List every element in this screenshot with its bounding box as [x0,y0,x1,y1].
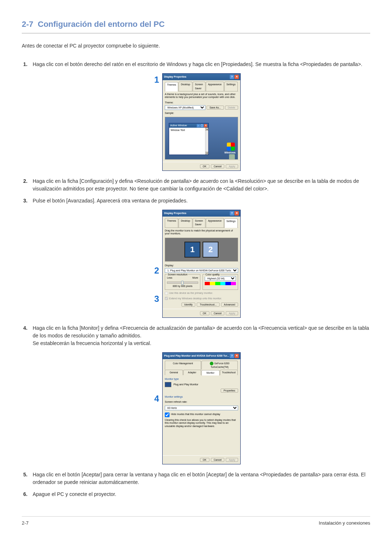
hide-modes-warning: Clearing this check box allows you to se… [165,419,238,428]
ok-button[interactable]: OK [200,458,209,462]
section-heading: Configuración del entorno del PC [38,20,165,29]
figure-marker-3: 3 [154,292,159,305]
display-select[interactable]: 1. Plug and Play Monitor on NVIDIA GeFor… [165,268,238,273]
tab-appearance[interactable]: Appearance [206,218,224,227]
sample-active-window: Active Window – ▢ ✕ Window Text [169,123,209,155]
resolution-slider[interactable] [167,282,198,284]
hide-modes-input[interactable] [165,413,170,417]
color-quality-label: Color quality [205,273,220,277]
apply-button: Apply [226,164,238,168]
monitor-arrangement[interactable]: 1 2 [165,238,238,262]
tab-desktop[interactable]: Desktop [179,82,192,91]
identify-button[interactable]: Identify [181,303,196,307]
color-quality-group: Color quality Highest (32 bit) [203,274,238,290]
tab-adapter[interactable]: Adapter [183,370,201,375]
step-text: Haga clic con el botón derecho del ratón… [33,61,362,67]
sample-window-text: Window Text [171,129,185,131]
tab-themes[interactable]: Themes [165,82,178,91]
screen-resolution-group: Screen resolution LessMore 800 by 600 pi… [165,274,200,290]
display-label: Display: [165,264,238,268]
tab-troubleshoot[interactable]: Troubleshoot [220,370,238,375]
dialog-title: Display Properties [164,75,186,79]
step-number: 2. [23,177,28,185]
resolution-label: Screen resolution [167,273,188,277]
troubleshoot-button[interactable]: Troubleshoot... [197,303,219,307]
apply-button: Apply [226,458,238,462]
settings-description: Drag the monitor icons to match the phys… [165,229,238,235]
help-icon[interactable]: ? [230,354,234,358]
tab-settings[interactable]: Settings [224,82,238,91]
step-6: 6. Apague el PC y conecte el proyector. [33,491,370,498]
step-number: 6. [23,491,28,498]
step-2: 2. Haga clic en la ficha [Configuración]… [33,177,370,193]
dialog-title: Display Properties [164,212,186,216]
ok-button[interactable]: OK [200,164,209,168]
ok-button[interactable]: OK [200,311,209,315]
dialog-titlebar: Display Properties ? ✕ [163,210,240,217]
tab-general[interactable]: General [165,370,183,375]
cancel-button[interactable]: Cancel [211,311,225,315]
step-1: 1. Haga clic con el botón derecho del ra… [33,61,370,171]
theme-select[interactable]: Windows XP (Modified) [165,105,205,110]
color-bar [205,282,236,285]
step-text: Haga clic en el botón [Aceptar] para cer… [33,472,366,485]
figure-marker-1: 1 [154,73,159,86]
hide-modes-checkbox[interactable]: Hide modes that this monitor cannot disp… [165,413,238,417]
tab-geforce[interactable]: GeForce 6200 TurboCache(TM) [201,361,238,370]
monitor-name: Plug and Play Monitor [173,383,198,386]
monitor-2-icon[interactable]: 2 [203,242,219,258]
recycle-bin-icon [229,154,235,160]
tab-settings[interactable]: Settings [224,218,238,228]
slider-thumb[interactable] [181,281,184,285]
maximize-icon: ▢ [200,124,204,127]
tab-screensaver[interactable]: Screen Saver [193,218,205,227]
step-subtext: Se establecerán la frecuencia horizontal… [33,340,370,347]
figure-marker-4: 4 [154,392,159,405]
step-number: 4. [23,324,28,332]
page-footer: 2-7 Instalación y conexiones [22,516,370,527]
chevron-up-icon: ▴ [205,128,208,131]
close-icon: ✕ [204,124,207,127]
monitor-settings-label: Monitor settings [165,395,238,399]
tab-screensaver[interactable]: Screen Saver [193,82,205,91]
close-icon[interactable]: ✕ [234,354,239,358]
step-text: Apague el PC y conecte el proyector. [33,491,116,497]
tab-appearance[interactable]: Appearance [206,82,224,91]
figure-marker-2: 2 [154,264,159,277]
step-text: Pulse el botón [Avanzadas]. Aparecerá ot… [33,198,188,204]
tab-themes[interactable]: Themes [165,218,178,227]
resolution-value: 800 by 600 pixels [167,284,198,288]
theme-label: Theme: [165,101,238,105]
sample-window-title: Active Window [170,124,187,128]
help-icon[interactable]: ? [230,211,234,216]
tab-desktop[interactable]: Desktop [179,218,192,227]
section-number: 2-7 [22,20,33,29]
minimize-icon: – [197,124,200,127]
monitor-icon [165,382,171,387]
scrollbar: ▴ ▾ [205,128,208,155]
monitor-type-label: Monitor type [165,377,238,381]
color-quality-select[interactable]: Highest (32 bit) [205,276,236,281]
intro-text: Antes de conectar el PC al proyector com… [22,42,370,50]
close-icon[interactable]: ✕ [234,75,239,79]
save-as-button[interactable]: Save As... [207,106,224,110]
dialog-title: Plug and Play Monitor and NVIDIA GeForce… [164,354,229,358]
primary-monitor-checkbox: Use this device as the primary monitor. [165,291,238,295]
cancel-button[interactable]: Cancel [211,458,225,462]
footer-right: Instalación y conexiones [319,520,370,527]
help-icon[interactable]: ? [230,75,234,79]
refresh-rate-label: Screen refresh rate: [165,400,238,404]
refresh-rate-select[interactable]: 60 Hertz [165,406,238,410]
tab-monitor[interactable]: Monitor [201,370,220,376]
theme-description: A theme is a background plus a set of so… [165,93,238,99]
advanced-button[interactable]: Advanced [221,303,238,307]
properties-button[interactable]: Properties [221,389,238,393]
chevron-down-icon: ▾ [205,152,208,155]
close-icon[interactable]: ✕ [234,211,239,216]
cancel-button[interactable]: Cancel [211,164,225,168]
tab-color-management[interactable]: Color Management [165,361,201,370]
dialog-titlebar: Plug and Play Monitor and NVIDIA GeForce… [163,353,240,359]
display-properties-dialog-themes: Display Properties ? ✕ Themes Desktop Sc… [162,73,241,171]
step-number: 5. [23,471,28,479]
monitor-1-icon[interactable]: 1 [184,242,200,258]
